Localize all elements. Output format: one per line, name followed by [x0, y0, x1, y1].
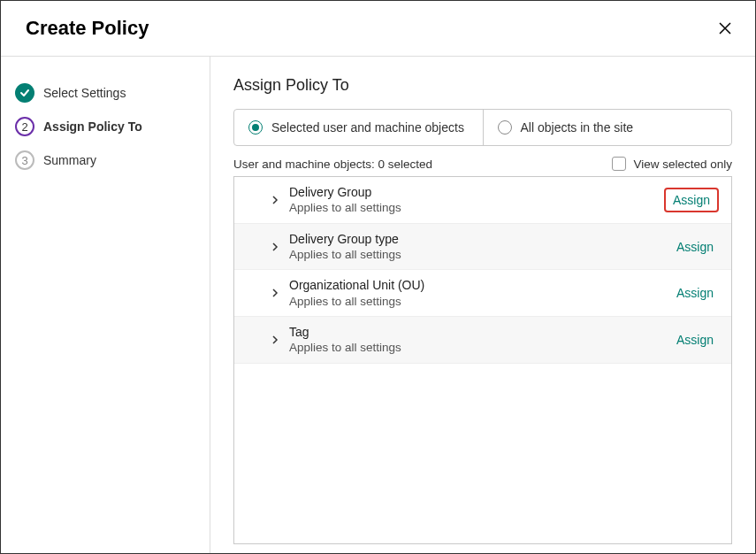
scope-option-group: Selected user and machine objects All ob…	[233, 109, 732, 146]
radio-icon	[498, 120, 512, 135]
main-heading: Assign Policy To	[233, 76, 732, 95]
expand-toggle[interactable]	[268, 335, 282, 345]
list-item: Tag Applies to all settings Assign	[234, 317, 731, 364]
row-subtitle: Applies to all settings	[289, 340, 671, 356]
assign-button[interactable]: Assign	[671, 282, 719, 304]
step-label: Select Settings	[43, 86, 126, 100]
row-title: Delivery Group	[289, 184, 664, 200]
list-item: Delivery Group Applies to all settings A…	[234, 177, 731, 224]
create-policy-dialog: Create Policy Select Settings 2 Assign P…	[0, 0, 756, 554]
option-selected-objects[interactable]: Selected user and machine objects	[234, 110, 484, 145]
main-panel: Assign Policy To Selected user and machi…	[210, 57, 755, 553]
row-subtitle: Applies to all settings	[289, 200, 664, 216]
expand-toggle[interactable]	[268, 242, 282, 252]
list-item: Organizational Unit (OU) Applies to all …	[234, 270, 731, 317]
dialog-body: Select Settings 2 Assign Policy To 3 Sum…	[1, 57, 755, 553]
view-selected-only-toggle[interactable]: View selected only	[612, 157, 732, 171]
selection-count: User and machine objects: 0 selected	[233, 158, 432, 171]
row-subtitle: Applies to all settings	[289, 247, 671, 263]
row-subtitle: Applies to all settings	[289, 294, 671, 310]
meta-row: User and machine objects: 0 selected Vie…	[233, 157, 732, 171]
chevron-right-icon	[271, 288, 279, 298]
step-label: Summary	[43, 153, 96, 167]
step-indicator-current: 2	[15, 117, 34, 136]
titlebar: Create Policy	[1, 1, 755, 57]
expand-toggle[interactable]	[268, 195, 282, 205]
objects-list: Delivery Group Applies to all settings A…	[233, 176, 732, 544]
list-item: Delivery Group type Applies to all setti…	[234, 224, 731, 271]
option-label: All objects in the site	[521, 120, 634, 135]
view-selected-label: View selected only	[633, 158, 732, 171]
close-icon	[717, 20, 733, 36]
row-text: Tag Applies to all settings	[289, 324, 671, 356]
checkmark-icon	[19, 88, 30, 98]
step-assign-policy-to[interactable]: 2 Assign Policy To	[13, 110, 197, 143]
row-title: Delivery Group type	[289, 231, 671, 247]
close-button[interactable]	[716, 19, 734, 37]
option-label: Selected user and machine objects	[271, 120, 464, 135]
dialog-title: Create Policy	[26, 17, 149, 40]
radio-icon	[248, 120, 263, 135]
row-title: Tag	[289, 324, 671, 340]
step-indicator-upcoming: 3	[15, 150, 34, 170]
chevron-right-icon	[271, 195, 279, 205]
step-summary[interactable]: 3 Summary	[13, 143, 197, 177]
assign-button[interactable]: Assign	[671, 329, 719, 350]
chevron-right-icon	[271, 335, 279, 345]
chevron-right-icon	[271, 242, 279, 252]
step-label: Assign Policy To	[43, 119, 142, 134]
row-text: Delivery Group Applies to all settings	[289, 184, 664, 216]
assign-button[interactable]: Assign	[664, 188, 719, 212]
checkbox-icon	[612, 157, 626, 171]
row-title: Organizational Unit (OU)	[289, 277, 671, 293]
wizard-steps: Select Settings 2 Assign Policy To 3 Sum…	[1, 57, 210, 553]
step-select-settings[interactable]: Select Settings	[13, 76, 197, 110]
row-text: Delivery Group type Applies to all setti…	[289, 231, 671, 263]
assign-button[interactable]: Assign	[671, 236, 719, 258]
step-indicator-complete	[15, 83, 34, 103]
row-text: Organizational Unit (OU) Applies to all …	[289, 277, 671, 309]
expand-toggle[interactable]	[268, 288, 282, 298]
option-all-objects[interactable]: All objects in the site	[484, 110, 732, 145]
